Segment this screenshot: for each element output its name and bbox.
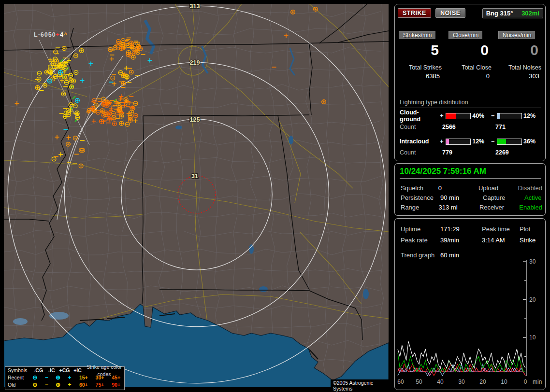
strikes-per-min-value: 5 (397, 42, 444, 60)
plot-value: Strike (520, 237, 536, 244)
datetime-display: 10/24/2025 7:59:16 AM (400, 167, 541, 179)
svg-text:10: 10 (529, 334, 536, 341)
persistence-value: 90 min (440, 194, 483, 201)
strike-button[interactable]: STRIKE (398, 8, 431, 18)
svg-text:40: 40 (437, 378, 444, 385)
button-row: STRIKE NOISE Bng 315° 302mi (398, 8, 543, 19)
range-label: Range (401, 204, 439, 211)
bearing-label: Bng 315° (486, 10, 513, 17)
range-value: 313 mi (439, 204, 479, 211)
strike-counters-box: STRIKE NOISE Bng 315° 302mi Strikes/min … (394, 4, 546, 161)
legend-col-neg-ic: -IC (45, 367, 58, 374)
cg-plus-pct: 40% (472, 112, 490, 119)
noise-button[interactable]: NOISE (435, 8, 465, 18)
cloud-ground-label: Cloud-ground (400, 109, 439, 123)
squelch-label: Squelch (401, 184, 438, 192)
map-legend: Symbols -CG -IC +CG +IC Strike age color… (5, 366, 125, 390)
legend-age-15: 15+ (75, 374, 92, 381)
svg-text:30: 30 (529, 259, 536, 265)
svg-text:min: min (533, 378, 542, 385)
minus-sign: − (490, 138, 495, 145)
intracloud-row: Intracloud + 12% − 36% (400, 138, 541, 145)
total-noises-label: Total Noises (496, 64, 543, 71)
receiver-label: Receiver (479, 204, 519, 211)
minus-sign: − (490, 112, 495, 119)
ic-minus-bar (497, 139, 522, 145)
close-per-min-value: 0 (447, 42, 493, 60)
close-counter-column: Close/min 0 Total Close 0 (447, 30, 493, 80)
svg-text:20: 20 (479, 378, 486, 385)
svg-text:0: 0 (524, 378, 527, 385)
minus-icon: − (41, 374, 52, 381)
uptime-label: Uptime (401, 225, 440, 233)
ic-plus-bar (446, 139, 471, 145)
legend-col-pos-ic: +IC (71, 367, 84, 374)
circle-minus-icon: ⊖ (29, 381, 41, 389)
stats-grid: Uptime 171:29 Peak time Plot Peak rate 3… (401, 224, 542, 261)
persistence-label: Persistence (401, 194, 440, 201)
status-box: 10/24/2025 7:59:16 AM Squelch 0 Upload D… (394, 163, 546, 216)
distribution-title: Lightning type distribution (400, 99, 541, 108)
cg-minus-count: 771 (495, 124, 506, 130)
trend-graph-value: 60 min (440, 252, 482, 259)
ic-minus-pct: 36% (523, 138, 541, 145)
strikes-counter-column: Strikes/min 5 Total Strikes 6385 (397, 30, 444, 80)
total-close-value: 0 (447, 72, 493, 80)
svg-text:125: 125 (190, 116, 200, 123)
total-strikes-label: Total Strikes (397, 64, 444, 71)
trend-graph-label: Trend graph (401, 252, 440, 259)
cg-minus-bar (497, 113, 522, 119)
stats-row-2: Peak rate 39/min 3:14 AM Strike (401, 235, 542, 246)
intracloud-count-row: Count 779 2269 (400, 149, 541, 156)
svg-text:50: 50 (416, 378, 422, 385)
trend-chart: 1020306050403020100min (396, 259, 546, 388)
svg-text:10: 10 (501, 378, 507, 385)
svg-text:219: 219 (190, 59, 200, 66)
intracloud-label: Intracloud (400, 138, 439, 145)
legend-recent-label: Recent (5, 374, 29, 381)
map-canvas[interactable]: 31321912531L-6050+4^ (0, 0, 392, 392)
rate-counters: Strikes/min 5 Total Strikes 6385 Close/m… (397, 30, 543, 80)
svg-text:60: 60 (397, 378, 404, 385)
cg-plus-bar (446, 113, 471, 119)
noises-counter-column: Noises/min 0 Total Noises 303 (496, 30, 543, 80)
cg-plus-count: 2566 (442, 124, 495, 130)
peak-time-value: 3:14 AM (482, 237, 520, 244)
legend-age-30: 30+ (92, 374, 108, 381)
legend-age-75: 75+ (92, 381, 108, 389)
circle-plus-icon: ⊕ (52, 381, 64, 389)
uptime-value: 171:29 (440, 225, 482, 233)
plus-sign: + (439, 112, 444, 119)
trend-box: Uptime 171:29 Peak time Plot Peak rate 3… (394, 218, 546, 390)
total-strikes-value: 6385 (397, 72, 444, 80)
status-row: Range 313 mi Receiver Enabled (401, 202, 542, 212)
circle-plus-icon: ⊕ (52, 374, 64, 381)
status-row: Squelch 0 Upload Disabled (401, 183, 542, 193)
svg-text:30: 30 (458, 378, 465, 385)
minus-icon: − (41, 381, 52, 389)
map-panel: 31321912531L-6050+4^ Symbols -CG -IC +CG… (0, 0, 392, 392)
legend-age-60: 60+ (75, 381, 92, 389)
legend-header-row: Symbols -CG -IC +CG +IC Strike age color… (5, 367, 124, 374)
count-label: Count (400, 124, 442, 130)
peak-rate-value: 39/min (440, 237, 482, 244)
bearing-display[interactable]: Bng 315° 302mi (482, 8, 543, 18)
total-noises-value: 303 (496, 72, 543, 80)
receiver-value: Enabled (519, 204, 542, 211)
count-label: Count (400, 149, 442, 156)
ic-plus-count: 779 (442, 149, 495, 156)
plus-icon: + (64, 381, 75, 389)
legend-col-pos-cg: +CG (58, 367, 71, 374)
lightning-distribution: Lightning type distribution Cloud-ground… (400, 99, 541, 156)
squelch-value: 0 (438, 184, 478, 192)
capture-value: Active (524, 194, 541, 201)
peak-time-label: Peak time (482, 225, 520, 233)
legend-age-90: 90+ (108, 381, 124, 389)
circle-minus-icon: ⊖ (29, 374, 41, 381)
status-rows: Squelch 0 Upload Disabled Persistence 90… (401, 183, 542, 212)
legend-age-45: 45+ (108, 374, 124, 381)
svg-text:20: 20 (529, 296, 536, 303)
bearing-distance: 302mi (521, 10, 539, 17)
capture-label: Capture (483, 194, 524, 201)
noises-per-min-badge: Noises/min (498, 31, 535, 39)
